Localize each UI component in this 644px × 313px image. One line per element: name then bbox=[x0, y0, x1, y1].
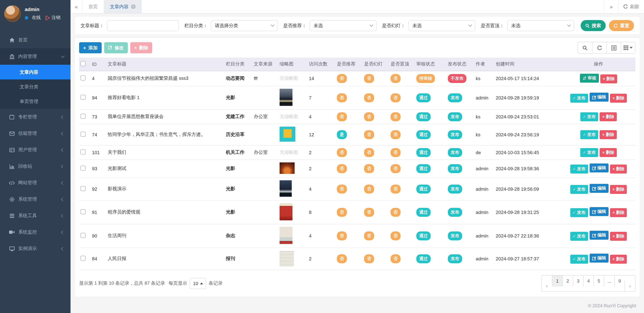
cell-slide: 否 bbox=[363, 160, 389, 177]
ellipsis-page-button[interactable]: ... bbox=[604, 275, 614, 286]
delete-row-button[interactable]: ×删除 bbox=[610, 185, 627, 194]
sidebar-nav: 首页内容管理文章内容文章分类单页管理专栏管理信箱管理用户管理回收站网站管理系统管… bbox=[0, 32, 70, 257]
delete-row-button[interactable]: ×删除 bbox=[600, 74, 617, 83]
detail-view-icon[interactable] bbox=[606, 42, 621, 53]
edit-row-button[interactable]: 编辑 bbox=[590, 164, 608, 173]
publish-row-button[interactable]: ✓发布 bbox=[570, 94, 588, 103]
cell-audit-status: 通过 bbox=[415, 177, 446, 200]
publish-row-button[interactable]: ✓发布 bbox=[570, 208, 588, 217]
row-checkbox[interactable] bbox=[80, 256, 86, 261]
publish-row-button[interactable]: ✓发布 bbox=[580, 112, 598, 121]
sidebar-item-tools[interactable]: 系统工具 bbox=[0, 208, 70, 224]
publish-row-button[interactable]: ✓发布 bbox=[570, 165, 588, 174]
page-button-4[interactable]: 4 bbox=[583, 275, 594, 286]
tab-bar: « 首页文章内容× » 刷新 bbox=[70, 0, 644, 13]
chevron-left-icon bbox=[61, 197, 64, 201]
select-all-checkbox[interactable] bbox=[80, 61, 86, 66]
page-button-5[interactable]: 5 bbox=[594, 275, 604, 286]
publish-row-button[interactable]: ✓发布 bbox=[570, 255, 588, 264]
edit-button[interactable]: 修改 bbox=[104, 42, 128, 53]
audit-row-button[interactable]: 审核 bbox=[580, 73, 599, 82]
cell-recommend: 否 bbox=[336, 177, 363, 200]
row-checkbox[interactable] bbox=[80, 131, 86, 136]
row-checkbox[interactable] bbox=[80, 114, 86, 119]
sidebar-subitem-文章分类[interactable]: 文章分类 bbox=[0, 79, 70, 94]
cell-publish-status: 发布 bbox=[446, 224, 474, 248]
page-size-select[interactable]: 10 bbox=[190, 278, 206, 289]
publish-row-button[interactable]: ✓发布 bbox=[580, 148, 598, 157]
cell-thumbnail bbox=[278, 86, 308, 109]
article-title-input[interactable] bbox=[107, 20, 179, 31]
page-button-3[interactable]: 3 bbox=[573, 275, 583, 286]
status-badge: 否 bbox=[337, 231, 347, 240]
edit-row-button[interactable]: 编辑 bbox=[590, 93, 608, 102]
delete-row-button[interactable]: ×删除 bbox=[610, 165, 627, 174]
category-select[interactable]: 请选择分类 bbox=[211, 20, 278, 31]
edit-row-button[interactable]: 编辑 bbox=[590, 184, 608, 193]
tab-文章内容[interactable]: 文章内容× bbox=[104, 0, 142, 13]
delete-button[interactable]: ×删除 bbox=[130, 42, 152, 53]
sidebar-item-demo[interactable]: 实例演示 bbox=[0, 240, 70, 257]
row-checkbox[interactable] bbox=[80, 233, 86, 238]
cell-author: ks bbox=[474, 109, 494, 124]
double-chevron-right-icon[interactable]: » bbox=[604, 0, 618, 13]
row-checkbox[interactable] bbox=[80, 75, 86, 80]
edit-row-button[interactable]: 编辑 bbox=[590, 254, 608, 263]
slide-select[interactable]: 未选 bbox=[408, 20, 476, 31]
edit-row-button[interactable]: 编辑 bbox=[590, 207, 608, 216]
sidebar-subitem-单页管理[interactable]: 单页管理 bbox=[0, 94, 70, 109]
publish-row-button[interactable]: ✓发布 bbox=[570, 232, 588, 241]
refresh-icon[interactable] bbox=[592, 42, 606, 53]
logout-link[interactable]: 注销 bbox=[45, 15, 60, 21]
sidebar-item-column[interactable]: 专栏管理 bbox=[0, 109, 70, 125]
category-label: 栏目分类： bbox=[184, 22, 208, 29]
status-badge: 发布 bbox=[448, 93, 462, 102]
next-page-button[interactable]: › bbox=[625, 280, 635, 291]
refresh-tab-button[interactable]: 刷新 bbox=[618, 0, 644, 13]
sidebar-item-users[interactable]: 用户管理 bbox=[0, 142, 70, 158]
user-avatar[interactable] bbox=[4, 5, 21, 22]
sidebar-item-content[interactable]: 内容管理 bbox=[0, 48, 70, 65]
recommend-select[interactable]: 未选 bbox=[310, 20, 376, 31]
select-value: 请选择分类 bbox=[215, 22, 238, 29]
sidebar-item-monitor[interactable]: 系统监控 bbox=[0, 224, 70, 240]
add-button[interactable]: +添加 bbox=[79, 42, 102, 53]
delete-row-button[interactable]: ×删除 bbox=[610, 255, 627, 264]
page-button-1[interactable]: 1 bbox=[552, 275, 562, 286]
search-button[interactable]: 搜索 bbox=[581, 20, 606, 31]
sidebar-subitem-文章内容[interactable]: 文章内容 bbox=[0, 65, 70, 79]
row-checkbox[interactable] bbox=[80, 165, 86, 170]
cell-source bbox=[252, 224, 278, 248]
row-checkbox[interactable] bbox=[80, 95, 86, 100]
reset-button[interactable]: 重置 bbox=[609, 20, 634, 31]
online-status-link[interactable]: 在线 bbox=[25, 15, 41, 21]
sidebar-item-website[interactable]: 网站管理 bbox=[0, 175, 70, 191]
row-checkbox[interactable] bbox=[80, 209, 86, 214]
delete-row-button[interactable]: ×删除 bbox=[600, 130, 617, 139]
edit-row-button[interactable]: 编辑 bbox=[590, 231, 608, 240]
publish-row-button[interactable]: ✓发布 bbox=[570, 185, 588, 194]
double-chevron-left-icon[interactable]: « bbox=[70, 0, 82, 13]
delete-row-button[interactable]: ×删除 bbox=[600, 148, 617, 157]
columns-grid-icon[interactable] bbox=[621, 42, 635, 53]
page-button-9[interactable]: 9 bbox=[614, 275, 625, 286]
sidebar-item-mailbox[interactable]: 信箱管理 bbox=[0, 125, 70, 142]
sidebar-item-recycle[interactable]: 回收站 bbox=[0, 158, 70, 175]
row-checkbox[interactable] bbox=[80, 186, 86, 191]
search-icon[interactable] bbox=[578, 42, 592, 53]
cell-visits: 4 bbox=[308, 109, 336, 124]
row-checkbox[interactable] bbox=[80, 149, 86, 154]
page-button-2[interactable]: 2 bbox=[562, 275, 573, 286]
close-icon[interactable]: × bbox=[131, 4, 136, 9]
delete-row-button[interactable]: ×删除 bbox=[610, 94, 627, 103]
top-select[interactable]: 未选 bbox=[507, 20, 574, 31]
sidebar-item-home[interactable]: 首页 bbox=[0, 32, 70, 48]
tab-首页[interactable]: 首页 bbox=[82, 0, 104, 13]
delete-row-button[interactable]: ×删除 bbox=[600, 112, 617, 121]
code-icon bbox=[8, 180, 16, 185]
delete-row-button[interactable]: ×删除 bbox=[610, 232, 627, 241]
sidebar-item-system[interactable]: 系统管理 bbox=[0, 191, 70, 208]
prev-page-button[interactable]: ‹ bbox=[542, 280, 552, 291]
publish-row-button[interactable]: ✓发布 bbox=[580, 130, 598, 139]
delete-row-button[interactable]: ×删除 bbox=[610, 208, 627, 217]
